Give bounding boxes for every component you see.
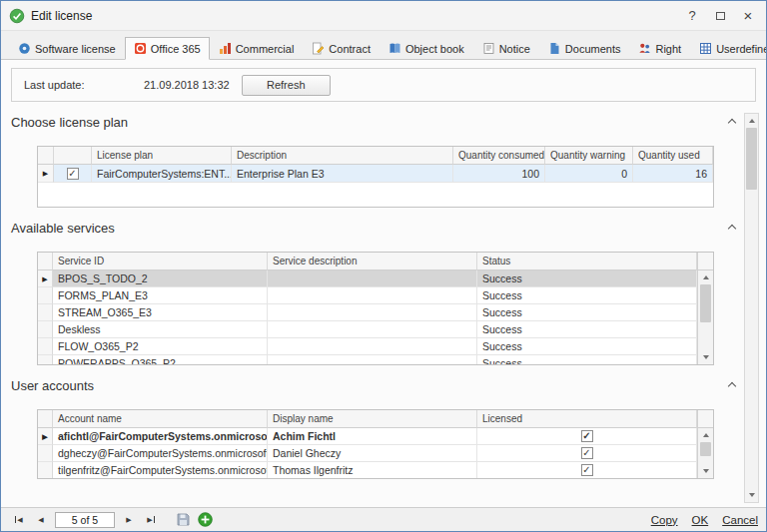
users-scrollbar[interactable] xyxy=(697,410,713,478)
tab-commercial[interactable]: Commercial xyxy=(210,37,304,60)
services-scrollbar[interactable] xyxy=(697,253,713,364)
nav-first-bar xyxy=(15,516,16,523)
tab-label: Documents xyxy=(565,43,621,55)
row-indicator-cell xyxy=(38,321,53,338)
user-row[interactable]: ▶ afichtl@FairComputerSystems.onmicrosof… xyxy=(38,428,697,445)
licensed-cell: ✓ xyxy=(477,445,697,462)
refresh-button[interactable]: Refresh xyxy=(242,75,331,96)
tab-object-book[interactable]: Object book xyxy=(380,37,473,60)
row-indicator-cell xyxy=(38,287,53,304)
tab-label: Office 365 xyxy=(151,43,201,55)
tab-label: Right xyxy=(655,43,681,55)
title-bar: Edit license ? × xyxy=(1,1,766,31)
scroll-thumb[interactable] xyxy=(746,128,757,190)
tab-office-365[interactable]: Office 365 xyxy=(125,37,210,60)
ok-button[interactable]: OK xyxy=(692,514,709,526)
collapse-license-plan-button[interactable] xyxy=(728,118,738,127)
tab-label: Notice xyxy=(499,43,530,55)
column-header-license-plan[interactable]: License plan xyxy=(92,147,232,165)
nav-last-button[interactable]: ▶ xyxy=(141,511,161,529)
scroll-track[interactable] xyxy=(745,190,758,488)
column-header-display-name[interactable]: Display name xyxy=(268,410,477,428)
column-header-status[interactable]: Status xyxy=(477,253,697,270)
license-plan-checkbox[interactable]: ✓ xyxy=(67,168,79,180)
tab-userdefined[interactable]: Userdefined xyxy=(690,37,767,60)
section-license-plan-title: Choose license plan xyxy=(11,115,128,130)
scroll-thumb[interactable] xyxy=(700,284,711,322)
column-header-quantity-warning[interactable]: Quantity warning xyxy=(545,147,633,165)
collapse-services-button[interactable] xyxy=(728,224,738,233)
tab-documents[interactable]: Documents xyxy=(539,37,630,60)
save-disk-icon xyxy=(177,513,190,526)
service-status-cell: Success xyxy=(477,270,697,287)
service-description-cell xyxy=(268,321,477,338)
close-button[interactable]: × xyxy=(734,4,762,28)
nav-next-button[interactable]: ▶ xyxy=(119,511,139,529)
description-cell: Enterprise Plan E3 xyxy=(232,165,453,183)
license-plan-table: License plan Description Quantity consum… xyxy=(37,146,714,208)
window-controls: ? × xyxy=(678,4,762,28)
save-button[interactable] xyxy=(173,511,193,529)
check-icon: ✓ xyxy=(582,431,590,441)
row-indicator-cell: ▶ xyxy=(38,270,53,287)
service-row[interactable]: FLOW_O365_P2 Success xyxy=(38,338,697,355)
tab-notice[interactable]: Notice xyxy=(473,37,539,60)
column-header-service-id[interactable]: Service ID xyxy=(53,253,268,270)
checkbox-column-header[interactable] xyxy=(54,147,92,165)
contract-icon xyxy=(312,42,325,55)
scroll-down-button[interactable] xyxy=(698,464,713,478)
service-status-cell: Success xyxy=(477,338,697,355)
user-row[interactable]: tilgenfritz@FairComputerSystems.onmicros… xyxy=(38,462,697,478)
scroll-track[interactable] xyxy=(698,456,713,464)
tab-label: Software license xyxy=(35,43,116,55)
tab-right[interactable]: Right xyxy=(629,37,690,60)
copy-button[interactable]: Copy xyxy=(651,514,678,526)
collapse-users-button[interactable] xyxy=(728,381,738,390)
licensed-checkbox[interactable]: ✓ xyxy=(581,447,593,459)
content-scrollbar[interactable] xyxy=(744,113,759,503)
column-header-account-name[interactable]: Account name xyxy=(53,410,268,428)
scroll-down-button[interactable] xyxy=(698,350,713,364)
service-id-cell: STREAM_O365_E3 xyxy=(53,304,268,321)
licensed-checkbox[interactable]: ✓ xyxy=(581,464,593,476)
check-icon: ✓ xyxy=(68,169,76,179)
tab-contract[interactable]: Contract xyxy=(303,37,380,60)
quantity-consumed-cell: 100 xyxy=(453,165,545,183)
maximize-icon xyxy=(716,12,725,20)
column-header-description[interactable]: Description xyxy=(232,147,453,165)
column-header-quantity-used[interactable]: Quantity used xyxy=(633,147,713,165)
tab-software-license[interactable]: Software license xyxy=(9,37,125,60)
scroll-down-button[interactable] xyxy=(745,488,758,502)
column-header-licensed[interactable]: Licensed xyxy=(477,410,697,428)
service-row[interactable]: POWERAPPS_O365_P2 Success xyxy=(38,355,697,364)
scroll-up-button[interactable] xyxy=(698,270,713,284)
service-row[interactable]: Deskless Success xyxy=(38,321,697,338)
column-header-quantity-consumed[interactable]: Quantity consumed xyxy=(453,147,545,165)
cancel-button[interactable]: Cancel xyxy=(722,514,758,526)
service-status-cell: Success xyxy=(477,355,697,364)
nav-prev-button[interactable]: ◀ xyxy=(31,511,51,529)
scroll-track[interactable] xyxy=(698,322,713,350)
help-button[interactable]: ? xyxy=(678,4,706,28)
right-users-icon xyxy=(638,42,651,55)
service-row[interactable]: ▶ BPOS_S_TODO_2 Success xyxy=(38,270,697,287)
add-record-button[interactable] xyxy=(195,511,215,529)
maximize-button[interactable] xyxy=(706,4,734,28)
licensed-checkbox[interactable]: ✓ xyxy=(581,430,593,442)
arrow-up-icon xyxy=(703,275,709,279)
column-header-service-description[interactable]: Service description xyxy=(268,253,477,270)
scroll-up-button[interactable] xyxy=(698,428,713,442)
account-name-cell: tilgenfritz@FairComputerSystems.onmicros… xyxy=(53,462,268,478)
scroll-thumb[interactable] xyxy=(700,442,711,456)
nav-next-icon: ▶ xyxy=(126,516,131,524)
record-position[interactable]: 5 of 5 xyxy=(55,512,115,528)
user-row[interactable]: dgheczy@FairComputerSystems.onmicrosoft.… xyxy=(38,445,697,462)
last-update-value: 21.09.2018 13:32 xyxy=(144,79,242,91)
service-row[interactable]: FORMS_PLAN_E3 Success xyxy=(38,287,697,304)
service-row[interactable]: STREAM_O365_E3 Success xyxy=(38,304,697,321)
license-plan-row[interactable]: ▶ ✓ FairComputerSystems:ENT... Enterpris… xyxy=(38,165,713,183)
nav-first-button[interactable]: ◀ xyxy=(9,511,29,529)
window-title: Edit license xyxy=(31,9,92,23)
nav-first-icon: ◀ xyxy=(17,516,22,524)
scroll-up-button[interactable] xyxy=(745,114,758,128)
